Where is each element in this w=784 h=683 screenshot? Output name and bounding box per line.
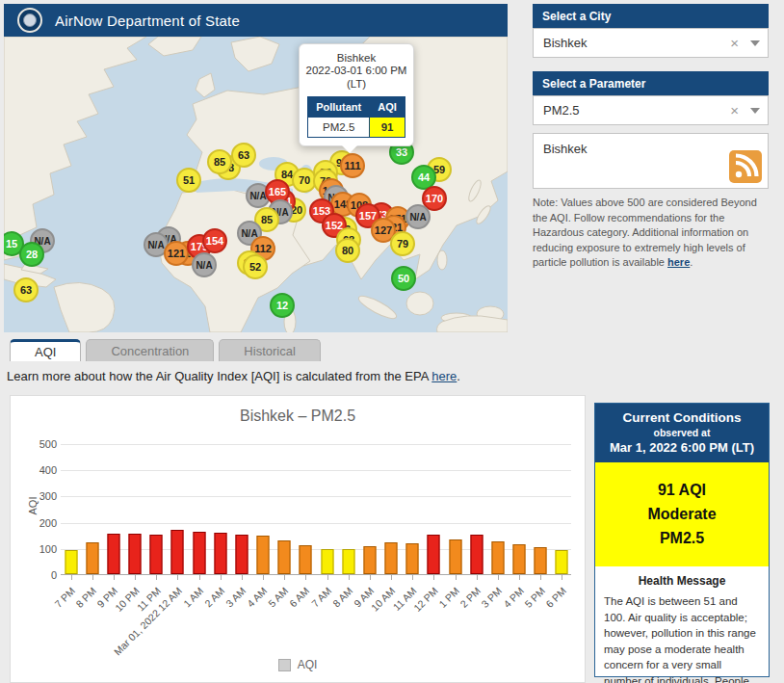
aqi-marker-154[interactable]: 154 — [202, 228, 227, 253]
x-label: 5 PM — [522, 585, 547, 610]
x-tick-mark — [456, 575, 457, 580]
x-tick-mark — [562, 575, 562, 580]
gridline-200 — [61, 523, 571, 524]
cc-health-section: Health Message The AQI is between 51 and… — [595, 566, 769, 683]
aqi-marker-79[interactable]: 79 — [390, 231, 415, 256]
x-label: 3 AM — [223, 585, 248, 609]
x-tick-mark — [391, 575, 392, 580]
bar-12-pm[interactable] — [428, 535, 440, 574]
legend-label: AQI — [298, 658, 318, 671]
aqi-marker-63[interactable]: 63 — [231, 143, 256, 168]
epa-here-link[interactable]: here — [431, 369, 457, 383]
x-tick-mark — [114, 575, 115, 580]
x-tick-mark — [221, 575, 222, 580]
tab-historical[interactable]: Historical — [219, 339, 320, 361]
city-chevron-down-icon[interactable] — [750, 40, 760, 46]
x-tick-mark — [540, 575, 541, 580]
y-tick-500: 500 — [18, 438, 57, 450]
rss-feed-box: Bishkek — [533, 133, 769, 189]
bar-11-pm[interactable] — [150, 535, 163, 574]
cc-pollutant: PM2.5 — [599, 526, 765, 550]
bar-10-am[interactable] — [385, 542, 398, 574]
aqi-marker-50[interactable]: 50 — [391, 266, 416, 291]
bar-6-am[interactable] — [300, 545, 312, 574]
x-label: 8 PM — [73, 585, 98, 610]
aqi-marker-52[interactable]: 52 — [243, 254, 268, 279]
x-tick-mark — [370, 575, 371, 580]
bar-9-pm[interactable] — [107, 534, 119, 574]
bar-5-pm[interactable] — [535, 547, 547, 574]
parameter-clear-icon[interactable]: × — [730, 102, 739, 118]
x-label: 3 PM — [480, 585, 505, 610]
x-tick-mark — [477, 575, 478, 580]
note-suffix: . — [690, 256, 693, 268]
bar-4-pm[interactable] — [513, 544, 526, 574]
bar-8-pm[interactable] — [86, 542, 98, 574]
rss-feed-city: Bishkek — [543, 142, 588, 156]
aqi-marker-12[interactable]: 12 — [270, 293, 295, 318]
bar-7-pm[interactable] — [65, 550, 77, 574]
bar-3-am[interactable] — [235, 535, 248, 574]
current-conditions-panel: Current Conditions observed at Mar 1, 20… — [594, 403, 770, 677]
x-label: 8 AM — [330, 585, 354, 609]
parameter-select[interactable]: PM2.5 × — [533, 95, 769, 125]
x-label: 6 AM — [287, 585, 311, 609]
bar-6-pm[interactable] — [556, 550, 568, 574]
bar-3-pm[interactable] — [491, 541, 504, 574]
bar-2-pm[interactable] — [470, 535, 483, 574]
chart-legend: AQI — [11, 658, 585, 671]
tooltip-city: Bishkek — [305, 52, 407, 64]
x-label: 4 AM — [245, 585, 269, 609]
x-tick-mark — [433, 575, 434, 580]
bar-4-am[interactable] — [257, 536, 270, 574]
aqi-marker-121[interactable]: 121 — [164, 241, 189, 266]
parameter-chevron-down-icon[interactable] — [750, 108, 760, 114]
aqi-marker-51[interactable]: 51 — [176, 168, 201, 193]
x-label: 7 PM — [52, 585, 77, 610]
tooltip-table: Pollutant AQI PM2.5 91 — [307, 96, 405, 138]
aqi-marker-80[interactable]: 80 — [335, 238, 360, 263]
aqi-marker-85[interactable]: 85 — [207, 149, 232, 174]
city-select[interactable]: Bishkek × — [533, 28, 769, 58]
aqi-marker-na[interactable]: N/A — [192, 252, 217, 277]
bar-8-am[interactable] — [342, 549, 354, 574]
tooltip-aqi-value: 91 — [370, 117, 405, 137]
bar-mar-01-2022-12-am[interactable] — [171, 530, 184, 574]
world-map[interactable]: 15N/A2863N/AN/A117121179154N/A5158856384… — [4, 37, 508, 332]
aqi-marker-na[interactable]: N/A — [405, 204, 431, 229]
tab-concentration[interactable]: Concentration — [86, 339, 214, 361]
x-tick-mark — [349, 575, 350, 580]
x-tick-mark — [498, 575, 499, 580]
tab-aqi[interactable]: AQI — [10, 339, 81, 361]
x-tick-mark — [412, 575, 413, 580]
city-clear-icon[interactable]: × — [730, 35, 739, 51]
x-tick-mark — [242, 575, 243, 580]
aqi-marker-63[interactable]: 63 — [13, 277, 39, 302]
select-parameter-header: Select a Parameter — [533, 71, 769, 95]
aqi-marker-111[interactable]: 111 — [340, 153, 365, 178]
chart-plot-area: 7 PM8 PM9 PM10 PM11 PMMar 01, 2022 12 AM… — [61, 444, 571, 575]
x-tick-mark — [284, 575, 285, 580]
bar-1-pm[interactable] — [449, 539, 461, 574]
x-tick-mark — [135, 575, 136, 580]
legend-swatch — [278, 659, 291, 671]
aqi-marker-28[interactable]: 28 — [19, 242, 44, 267]
current-conditions-header: Current Conditions observed at Mar 1, 20… — [595, 404, 769, 462]
bar-9-am[interactable] — [363, 546, 376, 574]
bar-2-am[interactable] — [214, 533, 226, 574]
bar-7-am[interactable] — [321, 549, 333, 574]
x-tick-mark — [305, 575, 306, 580]
bar-11-am[interactable] — [406, 543, 419, 574]
bar-1-am[interactable] — [193, 532, 205, 574]
x-label: 4 PM — [501, 585, 526, 610]
rss-icon[interactable] — [729, 150, 762, 183]
gridline-400 — [61, 470, 571, 471]
learn-more-text: Learn more about how the Air Quality Ind… — [7, 369, 431, 383]
app-header: AirNow Department of State — [4, 4, 508, 37]
note-here-link[interactable]: here — [667, 256, 690, 268]
gridline-300 — [61, 496, 571, 497]
bar-10-pm[interactable] — [129, 534, 142, 574]
dos-seal-logo — [17, 8, 42, 33]
y-tick-300: 300 — [18, 490, 57, 502]
bar-5-am[interactable] — [278, 540, 291, 574]
